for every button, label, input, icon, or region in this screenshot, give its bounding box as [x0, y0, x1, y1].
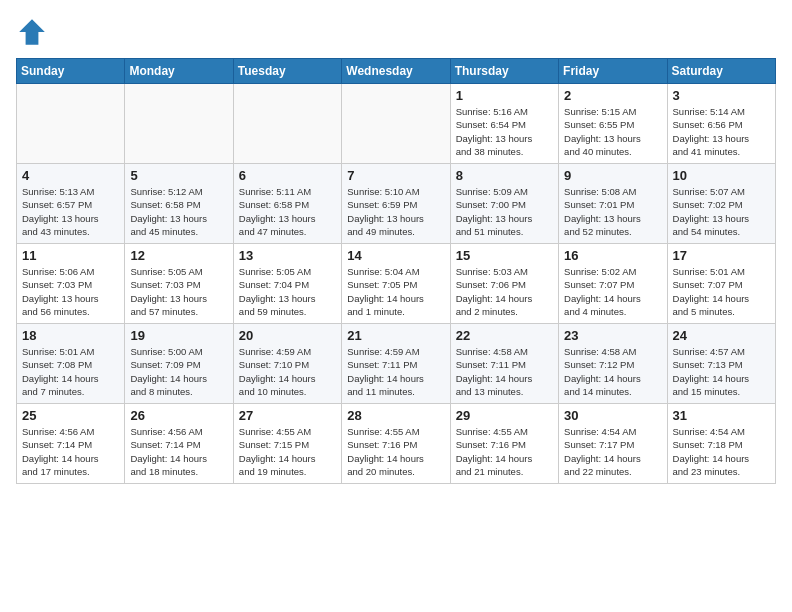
calendar-cell: 20Sunrise: 4:59 AM Sunset: 7:10 PM Dayli… [233, 324, 341, 404]
calendar-cell: 13Sunrise: 5:05 AM Sunset: 7:04 PM Dayli… [233, 244, 341, 324]
header-wednesday: Wednesday [342, 59, 450, 84]
cell-content: Sunrise: 5:01 AM Sunset: 7:07 PM Dayligh… [673, 265, 770, 318]
week-row-1: 1Sunrise: 5:16 AM Sunset: 6:54 PM Daylig… [17, 84, 776, 164]
page-header [16, 16, 776, 48]
week-row-2: 4Sunrise: 5:13 AM Sunset: 6:57 PM Daylig… [17, 164, 776, 244]
day-number: 4 [22, 168, 119, 183]
calendar-cell [342, 84, 450, 164]
cell-content: Sunrise: 5:05 AM Sunset: 7:03 PM Dayligh… [130, 265, 227, 318]
week-row-4: 18Sunrise: 5:01 AM Sunset: 7:08 PM Dayli… [17, 324, 776, 404]
calendar-cell: 11Sunrise: 5:06 AM Sunset: 7:03 PM Dayli… [17, 244, 125, 324]
cell-content: Sunrise: 5:09 AM Sunset: 7:00 PM Dayligh… [456, 185, 553, 238]
calendar-cell [17, 84, 125, 164]
calendar-cell: 30Sunrise: 4:54 AM Sunset: 7:17 PM Dayli… [559, 404, 667, 484]
calendar-cell [125, 84, 233, 164]
week-row-5: 25Sunrise: 4:56 AM Sunset: 7:14 PM Dayli… [17, 404, 776, 484]
day-number: 24 [673, 328, 770, 343]
svg-marker-0 [19, 19, 45, 45]
cell-content: Sunrise: 5:07 AM Sunset: 7:02 PM Dayligh… [673, 185, 770, 238]
cell-content: Sunrise: 4:59 AM Sunset: 7:11 PM Dayligh… [347, 345, 444, 398]
day-number: 11 [22, 248, 119, 263]
day-number: 5 [130, 168, 227, 183]
day-number: 20 [239, 328, 336, 343]
calendar-cell: 29Sunrise: 4:55 AM Sunset: 7:16 PM Dayli… [450, 404, 558, 484]
day-number: 21 [347, 328, 444, 343]
cell-content: Sunrise: 4:59 AM Sunset: 7:10 PM Dayligh… [239, 345, 336, 398]
day-number: 31 [673, 408, 770, 423]
calendar-cell: 3Sunrise: 5:14 AM Sunset: 6:56 PM Daylig… [667, 84, 775, 164]
header-saturday: Saturday [667, 59, 775, 84]
calendar-cell: 7Sunrise: 5:10 AM Sunset: 6:59 PM Daylig… [342, 164, 450, 244]
cell-content: Sunrise: 5:14 AM Sunset: 6:56 PM Dayligh… [673, 105, 770, 158]
day-number: 15 [456, 248, 553, 263]
day-number: 14 [347, 248, 444, 263]
calendar-cell: 19Sunrise: 5:00 AM Sunset: 7:09 PM Dayli… [125, 324, 233, 404]
cell-content: Sunrise: 5:10 AM Sunset: 6:59 PM Dayligh… [347, 185, 444, 238]
header-friday: Friday [559, 59, 667, 84]
header-row: SundayMondayTuesdayWednesdayThursdayFrid… [17, 59, 776, 84]
cell-content: Sunrise: 4:56 AM Sunset: 7:14 PM Dayligh… [130, 425, 227, 478]
day-number: 19 [130, 328, 227, 343]
calendar-cell: 9Sunrise: 5:08 AM Sunset: 7:01 PM Daylig… [559, 164, 667, 244]
day-number: 29 [456, 408, 553, 423]
cell-content: Sunrise: 5:11 AM Sunset: 6:58 PM Dayligh… [239, 185, 336, 238]
cell-content: Sunrise: 5:13 AM Sunset: 6:57 PM Dayligh… [22, 185, 119, 238]
day-number: 18 [22, 328, 119, 343]
calendar-header: SundayMondayTuesdayWednesdayThursdayFrid… [17, 59, 776, 84]
calendar-cell: 2Sunrise: 5:15 AM Sunset: 6:55 PM Daylig… [559, 84, 667, 164]
calendar-table: SundayMondayTuesdayWednesdayThursdayFrid… [16, 58, 776, 484]
cell-content: Sunrise: 4:57 AM Sunset: 7:13 PM Dayligh… [673, 345, 770, 398]
cell-content: Sunrise: 5:05 AM Sunset: 7:04 PM Dayligh… [239, 265, 336, 318]
calendar-cell: 23Sunrise: 4:58 AM Sunset: 7:12 PM Dayli… [559, 324, 667, 404]
calendar-cell: 26Sunrise: 4:56 AM Sunset: 7:14 PM Dayli… [125, 404, 233, 484]
logo-icon [16, 16, 48, 48]
calendar-cell: 12Sunrise: 5:05 AM Sunset: 7:03 PM Dayli… [125, 244, 233, 324]
cell-content: Sunrise: 4:54 AM Sunset: 7:18 PM Dayligh… [673, 425, 770, 478]
day-number: 27 [239, 408, 336, 423]
day-number: 6 [239, 168, 336, 183]
cell-content: Sunrise: 4:55 AM Sunset: 7:16 PM Dayligh… [456, 425, 553, 478]
calendar-cell: 22Sunrise: 4:58 AM Sunset: 7:11 PM Dayli… [450, 324, 558, 404]
calendar-cell: 14Sunrise: 5:04 AM Sunset: 7:05 PM Dayli… [342, 244, 450, 324]
cell-content: Sunrise: 4:54 AM Sunset: 7:17 PM Dayligh… [564, 425, 661, 478]
cell-content: Sunrise: 4:55 AM Sunset: 7:16 PM Dayligh… [347, 425, 444, 478]
day-number: 2 [564, 88, 661, 103]
calendar-cell: 8Sunrise: 5:09 AM Sunset: 7:00 PM Daylig… [450, 164, 558, 244]
calendar-cell: 17Sunrise: 5:01 AM Sunset: 7:07 PM Dayli… [667, 244, 775, 324]
calendar-body: 1Sunrise: 5:16 AM Sunset: 6:54 PM Daylig… [17, 84, 776, 484]
header-monday: Monday [125, 59, 233, 84]
day-number: 13 [239, 248, 336, 263]
day-number: 9 [564, 168, 661, 183]
day-number: 25 [22, 408, 119, 423]
calendar-cell: 18Sunrise: 5:01 AM Sunset: 7:08 PM Dayli… [17, 324, 125, 404]
day-number: 12 [130, 248, 227, 263]
cell-content: Sunrise: 5:12 AM Sunset: 6:58 PM Dayligh… [130, 185, 227, 238]
calendar-cell: 1Sunrise: 5:16 AM Sunset: 6:54 PM Daylig… [450, 84, 558, 164]
day-number: 8 [456, 168, 553, 183]
cell-content: Sunrise: 5:01 AM Sunset: 7:08 PM Dayligh… [22, 345, 119, 398]
calendar-cell: 6Sunrise: 5:11 AM Sunset: 6:58 PM Daylig… [233, 164, 341, 244]
cell-content: Sunrise: 5:15 AM Sunset: 6:55 PM Dayligh… [564, 105, 661, 158]
calendar-cell: 31Sunrise: 4:54 AM Sunset: 7:18 PM Dayli… [667, 404, 775, 484]
calendar-cell: 25Sunrise: 4:56 AM Sunset: 7:14 PM Dayli… [17, 404, 125, 484]
calendar-cell: 28Sunrise: 4:55 AM Sunset: 7:16 PM Dayli… [342, 404, 450, 484]
calendar-cell: 21Sunrise: 4:59 AM Sunset: 7:11 PM Dayli… [342, 324, 450, 404]
calendar-cell: 5Sunrise: 5:12 AM Sunset: 6:58 PM Daylig… [125, 164, 233, 244]
cell-content: Sunrise: 4:58 AM Sunset: 7:12 PM Dayligh… [564, 345, 661, 398]
day-number: 22 [456, 328, 553, 343]
cell-content: Sunrise: 5:00 AM Sunset: 7:09 PM Dayligh… [130, 345, 227, 398]
cell-content: Sunrise: 5:04 AM Sunset: 7:05 PM Dayligh… [347, 265, 444, 318]
day-number: 30 [564, 408, 661, 423]
calendar-cell: 27Sunrise: 4:55 AM Sunset: 7:15 PM Dayli… [233, 404, 341, 484]
day-number: 16 [564, 248, 661, 263]
cell-content: Sunrise: 5:02 AM Sunset: 7:07 PM Dayligh… [564, 265, 661, 318]
calendar-cell: 24Sunrise: 4:57 AM Sunset: 7:13 PM Dayli… [667, 324, 775, 404]
day-number: 26 [130, 408, 227, 423]
day-number: 10 [673, 168, 770, 183]
cell-content: Sunrise: 5:06 AM Sunset: 7:03 PM Dayligh… [22, 265, 119, 318]
week-row-3: 11Sunrise: 5:06 AM Sunset: 7:03 PM Dayli… [17, 244, 776, 324]
cell-content: Sunrise: 4:55 AM Sunset: 7:15 PM Dayligh… [239, 425, 336, 478]
cell-content: Sunrise: 4:58 AM Sunset: 7:11 PM Dayligh… [456, 345, 553, 398]
logo [16, 16, 52, 48]
header-sunday: Sunday [17, 59, 125, 84]
